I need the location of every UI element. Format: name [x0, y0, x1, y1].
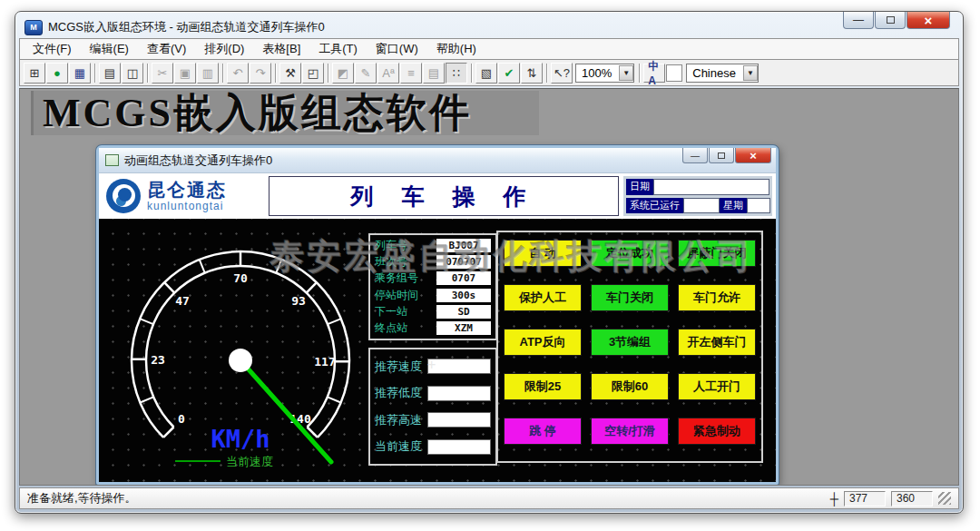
hmi-button[interactable]: 人工开门: [678, 373, 756, 400]
info-label: 停站时间: [375, 288, 418, 303]
maximize-button[interactable]: [875, 12, 906, 29]
menu-file[interactable]: 文件(F): [24, 39, 81, 59]
app-icon: M: [24, 20, 43, 35]
hmi-canvas: 泰安宏盛自动化科技有限公司: [99, 219, 776, 482]
hmi-window-title: 动画组态轨道交通列车操作0: [124, 152, 272, 169]
fill-icon[interactable]: ◩: [332, 63, 354, 84]
hmi-button[interactable]: 3节编组: [591, 329, 669, 356]
page-title: 列 车 操 作: [269, 176, 619, 216]
hmi-button[interactable]: ATP反向: [504, 329, 582, 356]
speed-value[interactable]: [427, 439, 491, 455]
speed-label: 当前速度: [375, 438, 422, 455]
info-row: 停站时间 300s: [375, 288, 491, 302]
hmi-window-icon: [105, 154, 119, 166]
menu-window[interactable]: 窗口(W): [367, 39, 427, 59]
undo-icon[interactable]: ↶: [227, 63, 249, 84]
hmi-button[interactable]: 限制25: [504, 373, 582, 400]
redo-icon[interactable]: ↷: [250, 63, 271, 84]
check-icon[interactable]: ✔: [498, 63, 520, 84]
hmi-button[interactable]: 自 动: [504, 240, 582, 267]
minimize-button[interactable]: —: [843, 12, 874, 29]
hmi-button[interactable]: 空转/打滑: [591, 418, 669, 445]
zoom-select[interactable]: 100% ▼: [575, 64, 634, 83]
bring-front-icon[interactable]: ◰: [302, 63, 324, 84]
menu-help[interactable]: 帮助(H): [427, 39, 485, 59]
menu-arrange[interactable]: 排列(D): [195, 39, 253, 59]
info-value[interactable]: BJ007: [436, 239, 491, 252]
toolbar-separator: [328, 64, 328, 83]
toolbar-separator: [147, 64, 148, 83]
hmi-button[interactable]: 屏蔽门关闭: [678, 240, 756, 267]
mouse-crosshair-icon: +: [427, 357, 436, 373]
date-field[interactable]: [653, 179, 769, 195]
info-label: 终点站: [375, 320, 407, 336]
control-button-panel: 自 动 定位成功 屏蔽门关闭 保护人工 车门关闭 车门允许 ATP反向 3节编组…: [496, 231, 763, 463]
date-label: 日期: [626, 179, 653, 195]
grid-icon[interactable]: ∷: [446, 63, 467, 84]
save-icon[interactable]: ▦: [69, 63, 91, 84]
uptime-field[interactable]: [683, 198, 720, 214]
hmi-button[interactable]: 车门允许: [678, 284, 756, 311]
toolbar-separator: [546, 64, 547, 83]
week-label: 星期: [720, 198, 747, 214]
resize-grip[interactable]: [938, 492, 951, 505]
window-controls: — ×: [842, 12, 950, 29]
hmi-button[interactable]: 跳 停: [504, 418, 582, 445]
crosshair-icon: ┼: [830, 492, 838, 506]
info-value[interactable]: XZM: [436, 321, 491, 335]
hmi-maximize-button[interactable]: [709, 148, 734, 163]
context-help-icon[interactable]: ↖?: [551, 63, 573, 84]
chevron-down-icon: ▼: [619, 65, 633, 81]
hmi-button[interactable]: 开左侧车门: [678, 329, 756, 356]
font-icon[interactable]: Aª: [377, 63, 399, 84]
minimize-icon: —: [691, 151, 700, 161]
mdi-workspace: MCGS嵌入版组态软件 动画组态轨道交通列车操作0 — × 昆仑通态 kunlu…: [19, 88, 959, 486]
gauge-hub: [229, 349, 252, 372]
speed-value[interactable]: [427, 412, 491, 428]
info-row: 班次号 070707: [375, 254, 491, 269]
language-select[interactable]: Chinese ▼: [686, 64, 759, 83]
speed-label: 推荐高速: [375, 412, 422, 428]
hmi-button[interactable]: 定位成功: [591, 240, 669, 267]
tools-icon[interactable]: ⚒: [279, 63, 301, 84]
info-value[interactable]: SD: [436, 305, 491, 319]
info-value[interactable]: 300s: [436, 289, 491, 302]
menu-edit[interactable]: 编辑(E): [81, 39, 138, 59]
speed-row: 推荐低度: [375, 385, 491, 401]
menu-tools[interactable]: 工具(T): [309, 39, 367, 59]
week-field[interactable]: [747, 198, 770, 214]
copy-icon[interactable]: ▣: [174, 63, 196, 84]
toolbar-separator: [471, 64, 472, 83]
hmi-button[interactable]: 紧急制动: [678, 418, 756, 445]
sort-icon[interactable]: ⇅: [521, 63, 543, 84]
translate-icon[interactable]: 中A: [643, 64, 665, 83]
hmi-button[interactable]: 限制60: [591, 373, 669, 400]
hmi-button[interactable]: 保护人工: [504, 284, 582, 311]
properties-icon[interactable]: ▧: [475, 63, 497, 84]
lines-icon[interactable]: ≡: [400, 63, 422, 84]
pen-icon[interactable]: ✎: [355, 63, 377, 84]
hmi-title-bar: 动画组态轨道交通列车操作0 — ×: [99, 148, 776, 173]
svg-text:47: 47: [175, 294, 190, 308]
gauge-unit: KM/h: [211, 425, 270, 453]
info-row: 列车号 BJ007: [375, 238, 491, 252]
logo-text-en: kunluntongtai: [147, 200, 227, 212]
info-value[interactable]: 070707: [436, 255, 491, 269]
menu-table[interactable]: 表格[B]: [253, 39, 309, 59]
new-icon[interactable]: ⊞: [24, 63, 45, 84]
speed-value[interactable]: [427, 359, 491, 374]
database-icon[interactable]: ●: [46, 63, 68, 84]
paste-icon[interactable]: ▥: [197, 63, 219, 84]
cut-icon[interactable]: ✂: [152, 63, 173, 84]
speed-value[interactable]: [427, 386, 491, 401]
hmi-minimize-button[interactable]: —: [682, 148, 708, 163]
align-icon[interactable]: ▤: [423, 63, 445, 84]
info-value[interactable]: 0707: [436, 271, 491, 285]
print-preview-icon[interactable]: ◫: [122, 63, 143, 84]
print-icon[interactable]: ▤: [99, 63, 121, 84]
hmi-close-button[interactable]: ×: [735, 148, 771, 163]
minimize-icon: —: [853, 14, 864, 26]
close-button[interactable]: ×: [906, 12, 950, 29]
menu-view[interactable]: 查看(V): [138, 39, 195, 59]
hmi-button[interactable]: 车门关闭: [591, 284, 669, 311]
